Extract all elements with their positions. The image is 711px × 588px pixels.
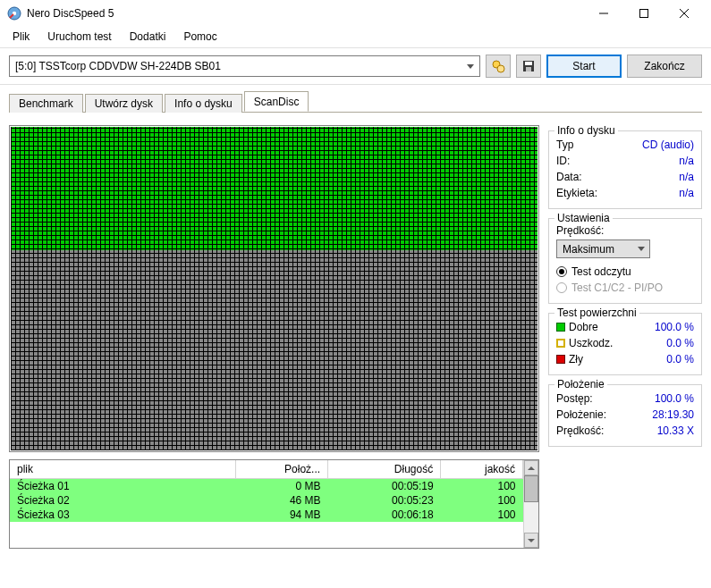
group-disc-info: Info o dysku TypCD (audio) ID:n/a Data:n…: [548, 130, 702, 209]
radio-icon: [556, 266, 567, 277]
disc-type-link[interactable]: CD (audio): [642, 137, 694, 153]
table-row[interactable]: Ścieżka 01 0 MB 00:05:19 100: [10, 479, 523, 494]
group-settings: Ustawienia Prędkość: Maksimum Test odczy…: [548, 218, 702, 304]
svg-rect-9: [525, 62, 532, 65]
toolbar: [5:0] TSSTcorp CDDVDW SH-224DB SB01 Star…: [0, 49, 711, 83]
maximize-button[interactable]: [623, 0, 664, 27]
scroll-thumb[interactable]: [524, 475, 538, 502]
titlebar: Nero DiscSpeed 5: [0, 0, 711, 27]
drive-select[interactable]: [5:0] TSSTcorp CDDVDW SH-224DB SB01: [9, 55, 480, 77]
svg-point-7: [497, 65, 504, 72]
square-yellow-icon: [556, 339, 565, 348]
close-button[interactable]: [664, 0, 704, 27]
legend-disc-info: Info o dysku: [554, 124, 618, 137]
track-table-frame: plik Położ... Długość jakość Ścieżka 01 …: [9, 459, 539, 549]
radio-icon: [556, 282, 567, 293]
window-title: Nero DiscSpeed 5: [27, 7, 583, 20]
speed-select[interactable]: Maksimum: [556, 239, 650, 258]
menu-file[interactable]: Plik: [5, 29, 37, 45]
tab-disc-info[interactable]: Info o dysku: [165, 94, 242, 113]
table-row[interactable]: Ścieżka 02 46 MB 00:05:23 100: [10, 493, 523, 508]
col-length[interactable]: Długość: [328, 460, 441, 479]
start-button[interactable]: Start: [546, 55, 622, 78]
scroll-up-button[interactable]: [524, 460, 538, 475]
square-green-icon: [556, 323, 565, 332]
tab-benchmark[interactable]: Benchmark: [9, 94, 83, 113]
menu-run-test[interactable]: Uruchom test: [40, 29, 118, 45]
end-button[interactable]: Zakończ: [627, 55, 702, 78]
legend-position: Położenie: [554, 378, 607, 391]
menu-extras[interactable]: Dodatki: [123, 29, 174, 45]
legend-settings: Ustawienia: [554, 212, 613, 224]
speed-label: Prędkość:: [556, 224, 694, 237]
col-file[interactable]: plik: [10, 460, 235, 479]
chevron-down-icon: [467, 64, 474, 69]
table-row[interactable]: Ścieżka 03 94 MB 00:06:18 100: [10, 508, 523, 522]
scan-grid: [11, 127, 537, 450]
svg-rect-10: [526, 67, 531, 71]
svg-rect-3: [639, 10, 648, 18]
tab-strip: Benchmark Utwórz dysk Info o dysku ScanD…: [9, 91, 702, 113]
drive-select-value: [5:0] TSSTcorp CDDVDW SH-224DB SB01: [15, 60, 221, 72]
radio-read-test[interactable]: Test odczytu: [556, 264, 694, 280]
chevron-down-icon: [638, 247, 645, 251]
group-surface-test: Test powierzchni Dobre100.0 % Uszkodz.0.…: [548, 313, 702, 375]
group-position: Położenie Postęp:100.0 % Położenie:28:19…: [548, 384, 702, 447]
tab-create-disc[interactable]: Utwórz dysk: [85, 94, 163, 113]
save-button[interactable]: [516, 55, 541, 78]
col-position[interactable]: Położ...: [235, 460, 327, 479]
square-red-icon: [556, 355, 565, 364]
col-quality[interactable]: jakość: [441, 460, 523, 479]
scroll-down-button[interactable]: [524, 533, 538, 548]
radio-c1c2-test: Test C1/C2 - PI/PO: [556, 280, 694, 296]
menu-help[interactable]: Pomoc: [176, 29, 224, 45]
track-table: plik Położ... Długość jakość Ścieżka 01 …: [10, 460, 523, 548]
scan-grid-frame: [9, 125, 539, 452]
refresh-button[interactable]: [486, 55, 511, 78]
legend-surface: Test powierzchni: [554, 307, 639, 319]
tab-scandisc[interactable]: ScanDisc: [244, 91, 309, 112]
menubar: Plik Uruchom test Dodatki Pomoc: [0, 27, 711, 46]
minimize-button[interactable]: [583, 0, 623, 27]
track-scrollbar[interactable]: [523, 460, 538, 548]
app-icon: [7, 6, 21, 21]
